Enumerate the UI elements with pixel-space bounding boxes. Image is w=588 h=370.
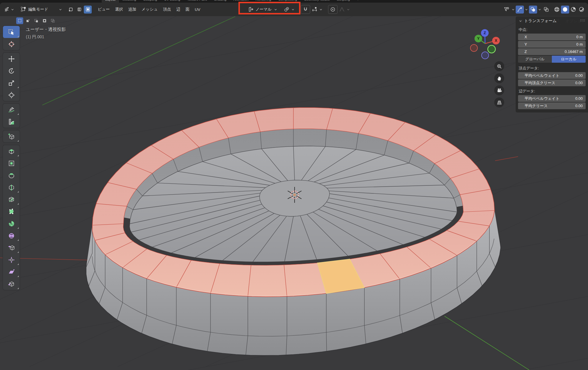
workspace-tab-shading[interactable]: Shading [211, 0, 230, 3]
tool-poly-build[interactable] [3, 205, 20, 218]
subtool-indicator [17, 263, 19, 265]
panel-grip-icon[interactable] [580, 19, 586, 22]
vertex-select-button[interactable] [67, 6, 75, 14]
orientation-pivot-cluster: ノーマル [246, 3, 352, 16]
viewport-3d[interactable]: ユーザー・透視投影 (1) 円.001 XYZオプション ZYX トランスフォー… [0, 16, 588, 370]
workspace-tab-modeling[interactable]: Modeling [119, 0, 140, 3]
workspace-tab--[interactable]: + [353, 0, 363, 3]
xray-toggle-icon[interactable] [542, 6, 550, 14]
workspace-tab-scripting[interactable]: Scripting [333, 0, 353, 3]
workspace-tab-geometry-nodes[interactable]: Geometry Nodes [300, 0, 333, 3]
menu-4[interactable]: 頂点 [161, 6, 174, 13]
tool-loop-cut[interactable] [3, 181, 20, 193]
subtool-indicator [17, 203, 19, 205]
global-button[interactable]: グローバル [518, 56, 552, 63]
local-button[interactable]: ローカル [552, 56, 586, 63]
visibility-filter-icon[interactable] [502, 6, 511, 14]
median-z-field[interactable]: Z0.16467 m [518, 48, 586, 55]
tool-tweak-select[interactable] [3, 26, 20, 38]
workspace-tab-layout[interactable]: Layout [102, 0, 119, 3]
viewport-header: 編集モードビュー選択追加メッシュ頂点辺面UVノーマル [0, 3, 588, 16]
vertex-data-field[interactable]: 平均頂点クリース0.00 [518, 79, 586, 86]
median-x-field[interactable]: X0 m [518, 34, 586, 40]
workspace-tab-animation[interactable]: Animation [230, 0, 252, 3]
shading-solid-icon[interactable] [561, 6, 569, 14]
show-overlays-icon[interactable] [529, 6, 537, 14]
global-local-switch: グローバルローカル [518, 56, 586, 63]
toolbar [3, 26, 20, 293]
proportional-editing-toggle[interactable] [328, 5, 338, 14]
shading-rendered-icon[interactable] [577, 6, 586, 14]
menu-2[interactable]: 追加 [126, 6, 139, 13]
tool-bevel[interactable] [3, 169, 20, 181]
tool-annotate[interactable] [3, 104, 20, 116]
menu-1[interactable]: 選択 [112, 6, 126, 13]
nav-pan-button[interactable] [494, 73, 504, 83]
face-select-button[interactable] [84, 6, 92, 14]
tool-scale[interactable] [3, 77, 20, 89]
median-y-field[interactable]: Y0 m [518, 41, 586, 48]
gizmo-axis-y-neg[interactable] [488, 45, 495, 53]
tool-transform[interactable] [3, 89, 20, 101]
vertex-data-field[interactable]: 平均ベベルウェイト0.00 [518, 72, 586, 79]
median-fields: X0 mY0 mZ0.16467 m [516, 34, 588, 55]
vertex-data-label: 頂点データ: [516, 64, 588, 72]
show-gizmo-icon[interactable] [516, 6, 524, 14]
subtool-indicator [17, 239, 19, 241]
nav-zoom-button[interactable] [494, 61, 504, 71]
tool-measure[interactable] [3, 116, 20, 128]
tool-edge-slide[interactable] [3, 242, 20, 254]
workspace-tab-uv-editing[interactable]: UV Editing [161, 0, 184, 3]
tool-rotate[interactable] [3, 65, 20, 77]
gizmo-axis-x-neg[interactable] [470, 44, 477, 52]
panel-header-transform[interactable]: トランスフォーム [516, 16, 588, 25]
viewport-overlay-labels: ユーザー・透視投影 (1) 円.001 [26, 27, 66, 40]
snap-with-dropdown[interactable] [310, 5, 325, 14]
tool-rip-region[interactable] [3, 278, 20, 290]
tool-group-2 [3, 104, 20, 128]
workspace-tabs[interactable]: LayoutModelingSculptingUV EditingTexture… [102, 0, 363, 3]
edge-slide-icon [8, 244, 15, 252]
select-mode-extend[interactable] [24, 17, 31, 24]
tool-inset-faces[interactable] [3, 157, 20, 169]
menu-0[interactable]: ビュー [95, 6, 112, 13]
workspace-tab-rendering[interactable]: Rendering [252, 0, 275, 3]
workspace-tab-sculpting[interactable]: Sculpting [140, 0, 161, 3]
select-mode-invert[interactable] [41, 17, 48, 24]
tool-extrude-region[interactable] [3, 145, 20, 157]
tool-shear[interactable] [3, 266, 20, 278]
nav-perspective-button[interactable] [494, 97, 504, 107]
pivot-point-dropdown[interactable] [282, 5, 297, 14]
editor-type-selector[interactable] [4, 3, 15, 16]
select-mode-subtract[interactable] [33, 17, 40, 24]
tool-smooth[interactable] [3, 230, 20, 242]
edge-data-field[interactable]: 平均ベベルウェイト0.00 [518, 95, 586, 102]
snap-toggle[interactable] [301, 5, 310, 14]
shear-icon [8, 268, 15, 276]
transform-orientation-dropdown[interactable]: ノーマル [246, 5, 279, 14]
menu-6[interactable]: 面 [183, 6, 192, 13]
tool-spin[interactable] [3, 218, 20, 230]
menu-5[interactable]: 辺 [174, 6, 183, 13]
edge-data-field[interactable]: 平均クリース0.00 [518, 102, 586, 109]
vertex-data-fields: 平均ベベルウェイト0.00平均頂点クリース0.00 [516, 72, 588, 86]
annotate-icon [8, 106, 15, 114]
mode-selector[interactable]: 編集モード [19, 5, 64, 14]
workspace-tab-compositing[interactable]: Compositing [275, 0, 300, 3]
falloff-dropdown[interactable] [338, 5, 352, 14]
menu-3[interactable]: メッシュ [139, 6, 160, 13]
tool-cursor[interactable] [3, 38, 20, 50]
menu-7[interactable]: UV [192, 6, 203, 13]
nav-camera-button[interactable] [494, 85, 504, 95]
shading-wireframe-icon[interactable] [553, 6, 561, 14]
tool-shrink-fatten[interactable] [3, 254, 20, 266]
gizmo-axis-z-neg[interactable] [482, 52, 489, 59]
select-mode-intersect[interactable] [49, 17, 56, 24]
tool-move[interactable] [3, 53, 20, 65]
tool-add-cube[interactable] [3, 130, 20, 142]
workspace-tab-texture-paint[interactable]: Texture Paint [184, 0, 211, 3]
edge-select-button[interactable] [75, 6, 83, 14]
shading-material-icon[interactable] [569, 6, 577, 14]
select-mode-set[interactable] [16, 17, 23, 24]
tool-knife[interactable] [3, 193, 20, 205]
